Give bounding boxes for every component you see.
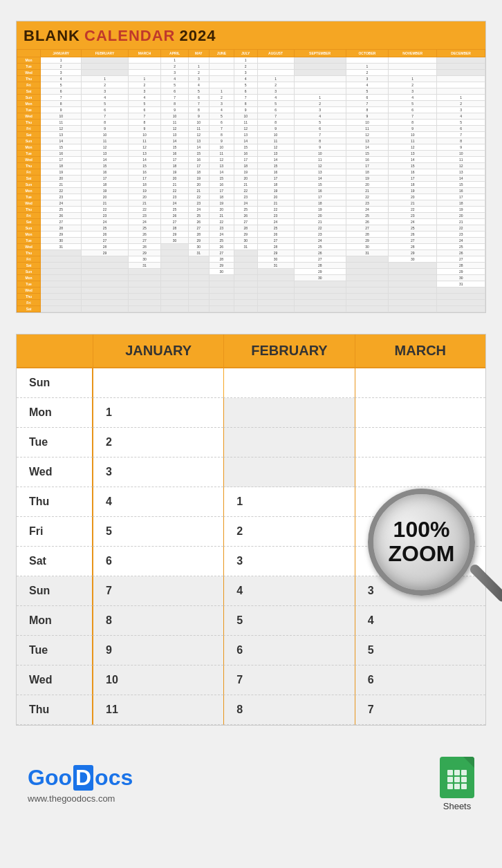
day-label: Mon	[17, 275, 41, 281]
logo-box: D	[73, 765, 93, 791]
day-label: Sun	[17, 225, 41, 232]
month-may: MAY	[188, 50, 209, 57]
table-row: Thu 11881110611851085	[17, 120, 485, 126]
day-label: Fri	[17, 82, 41, 88]
footer-left: Goo D ocs www.thegoodocs.com	[28, 765, 133, 804]
day-label: Sat	[17, 306, 41, 312]
magnifier-text: 100% ZOOM	[373, 518, 470, 566]
zoom-day-wed-1: Wed	[17, 457, 93, 487]
month-nov: NOVEMBER	[389, 50, 437, 57]
day-label: Mon	[17, 144, 41, 151]
table-row: Sun 282525282723282522272522	[17, 225, 485, 232]
month-dec: DECEMBER	[437, 50, 485, 57]
zoom-cell-jan-sun2: 7	[93, 576, 223, 606]
table-row: Thu 292931272926312926	[17, 250, 485, 256]
magnifier-handle	[468, 563, 502, 603]
day-label: Tue	[17, 281, 41, 287]
zoom-cell-jan-sat1: 6	[93, 547, 223, 576]
grid-cell	[454, 777, 460, 782]
day-label: Sat	[17, 219, 41, 225]
mini-calendar-table: JANUARY FEBRUARY MARCH APRIL MAY JUNE JU…	[17, 49, 485, 312]
day-label: Thu	[17, 76, 41, 82]
grid-cell	[461, 770, 467, 775]
zoom-cell-feb-sun1	[223, 368, 354, 398]
zoom-cell-feb-tue2: 6	[223, 636, 354, 666]
zoom-cell-jan-wed2: 10	[93, 666, 223, 695]
day-label: Sun	[17, 138, 41, 144]
zoom-cell-mar-tue2: 5	[355, 636, 485, 666]
table-row: Sun 141111141391411813118	[17, 138, 485, 144]
zoom-cell-jan-wed1: 3	[93, 457, 223, 487]
zoom-cell-jan-tue2: 9	[93, 636, 223, 666]
month-apr: APRIL	[161, 50, 189, 57]
day-label: Wed	[17, 200, 41, 207]
header-year: 2024	[179, 27, 216, 45]
day-label: Sun	[17, 269, 41, 275]
zoom-cell-feb-thu1: 1	[223, 487, 354, 517]
magnifier-overlay: 100% ZOOM	[368, 489, 502, 627]
zoom-calendar-container: JANUARY FEBRUARY MARCH Sun Mon 1 Tue 2 W…	[16, 334, 486, 726]
day-label: Wed	[17, 287, 41, 294]
table-row: Wed 3128283026312825302825	[17, 244, 485, 250]
day-label: Fri	[17, 300, 41, 306]
logo-goo: Goo	[28, 765, 72, 791]
month-feb: FEBRUARY	[82, 50, 128, 57]
day-label: Mon	[17, 232, 41, 238]
day-label: Fri	[17, 213, 41, 219]
zoom-day-wed-2: Wed	[17, 666, 93, 695]
header-calendar: CALENDAR	[84, 27, 175, 45]
day-label: Wed	[17, 244, 41, 250]
table-row: Mon 3030	[17, 275, 485, 281]
day-label: Tue	[17, 107, 41, 113]
grid-cell	[447, 777, 453, 782]
table-row: Sat 201717201915201714191714	[17, 176, 485, 182]
table-row: Thu 411434131	[17, 76, 485, 82]
table-row: Wed 107710951074974	[17, 113, 485, 120]
grid-cell	[447, 770, 453, 775]
table-row: Sun 744762741641	[17, 95, 485, 101]
table-row: Tue 161313161511161310151310	[17, 151, 485, 157]
zoom-day-mon-1: Mon	[17, 398, 93, 428]
table-row: Mon 1512121514101512914129	[17, 144, 485, 151]
zoom-corner	[17, 334, 93, 367]
zoom-cell-mar-sun1	[355, 368, 485, 398]
day-label: Thu	[17, 163, 41, 169]
month-mar: MARCH	[128, 50, 161, 57]
table-row: Fri 522545242	[17, 82, 485, 88]
table-row: Mon 292626292824292623282623	[17, 232, 485, 238]
table-row: Tue 966984963863	[17, 107, 485, 113]
logo-docs: ocs	[95, 765, 133, 791]
magnifier-circle: 100% ZOOM	[368, 489, 475, 596]
day-label: Tue	[17, 238, 41, 244]
table-row: Wed	[17, 287, 485, 294]
zoom-month-jan: JANUARY	[93, 334, 223, 367]
day-header	[17, 50, 41, 57]
day-label: Mon	[17, 188, 41, 194]
day-label: Wed	[17, 70, 41, 76]
zoom-day-tue-2: Tue	[17, 636, 93, 666]
day-label: Fri	[17, 256, 41, 263]
zoom-cell-mar-wed2: 6	[355, 666, 485, 695]
month-oct: OCTOBER	[346, 50, 388, 57]
table-row: Fri	[17, 300, 485, 306]
zoom-day-thu-1: Thu	[17, 487, 93, 517]
zoom-cell-jan-tue1: 2	[93, 428, 223, 457]
table-row: Sat 6336516353	[17, 88, 485, 95]
day-label: Thu	[17, 120, 41, 126]
month-jul: JULY	[234, 50, 257, 57]
day-label: Sun	[17, 182, 41, 188]
table-row: Tue 31	[17, 281, 485, 287]
zoom-day-sun-2: Sun	[17, 576, 93, 606]
zoom-cell-jan-fri1: 5	[93, 517, 223, 547]
day-label: Sat	[17, 132, 41, 138]
table-row: Sun 211818212016211815201815	[17, 182, 485, 188]
table-row: Tue 232020232218232017222017	[17, 194, 485, 200]
table-row: Tue 302727302925302724292724	[17, 238, 485, 244]
zoom-day-mon-2: Mon	[17, 606, 93, 636]
zoom-cell-jan-thu2: 11	[93, 695, 223, 725]
table-row: Mon 855873852752	[17, 101, 485, 107]
table-row: Sat 3129312828	[17, 263, 485, 269]
table-row: Sat 131010131281310712107	[17, 132, 485, 138]
zoom-cell-jan-mon1: 1	[93, 398, 223, 428]
table-row: Fri 191616191814191613181613	[17, 169, 485, 176]
